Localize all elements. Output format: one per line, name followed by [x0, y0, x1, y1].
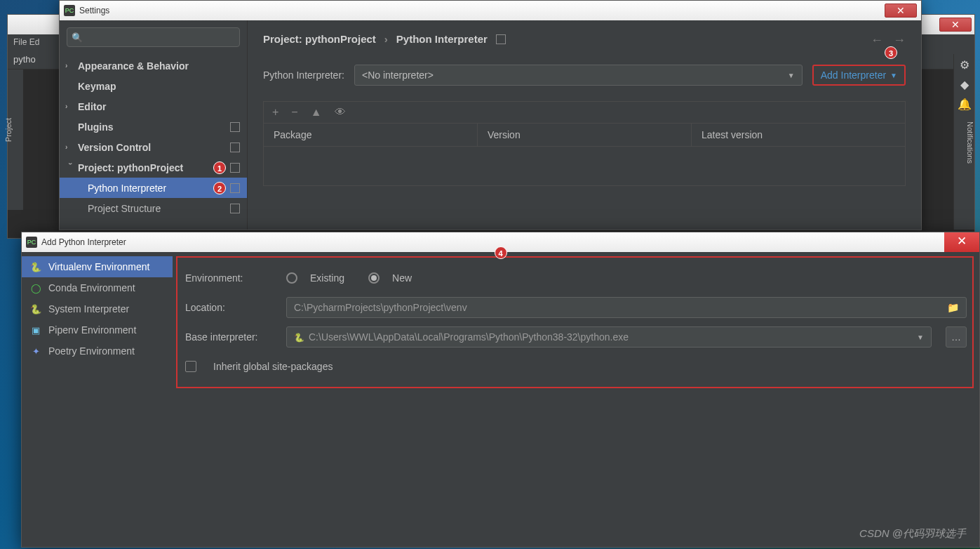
conda-icon: ◯: [30, 282, 41, 293]
settings-nav-arrows: ← →: [871, 33, 906, 48]
tree-editor[interactable]: ›Editor: [60, 96, 247, 117]
env-type-list: 🐍Virtualenv Environment ◯Conda Environme…: [22, 252, 173, 547]
chevron-down-icon: ▼: [917, 333, 924, 341]
location-label: Location:: [185, 302, 276, 313]
add-interpreter-close-button[interactable]: ✕: [944, 232, 979, 252]
project-toolwindow-label: Project: [4, 118, 13, 142]
interpreter-dropdown[interactable]: <No interpreter> ▼: [354, 65, 803, 86]
ide-close-button[interactable]: ✕: [939, 18, 972, 32]
tree-appearance[interactable]: ›Appearance & Behavior: [60, 55, 247, 76]
breadcrumb-project[interactable]: Project: pythonProject: [263, 33, 376, 45]
folder-icon[interactable]: 📁: [947, 302, 959, 313]
scope-icon: [230, 163, 240, 173]
col-latest[interactable]: Latest version: [692, 124, 905, 146]
chevron-down-icon: ▼: [788, 72, 795, 79]
breadcrumb-separator: ›: [384, 33, 388, 45]
ide-left-toolwindow[interactable]: Project: [8, 70, 23, 210]
location-input[interactable]: C:\PycharmProjects\pythonProject\venv 📁: [286, 297, 967, 318]
python-icon: 🐍: [294, 333, 304, 343]
python-icon: 🐍: [30, 261, 41, 272]
browse-button[interactable]: …: [946, 326, 967, 348]
settings-content-panel: ← → Project: pythonProject › Python Inte…: [248, 20, 921, 230]
package-table-header: Package Version Latest version: [264, 124, 905, 147]
inherit-checkbox[interactable]: [185, 361, 196, 372]
settings-title: Settings: [79, 6, 109, 15]
scope-icon: [230, 204, 240, 213]
env-form-panel: Environment: Existing New Location: C:\P…: [173, 252, 979, 547]
radio-new-label[interactable]: New: [392, 272, 412, 284]
interpreter-value: <No interpreter>: [362, 70, 434, 81]
pipenv-icon: ▣: [30, 324, 41, 336]
base-interpreter-dropdown[interactable]: 🐍C:\Users\WWL\AppData\Local\Programs\Pyt…: [286, 326, 932, 348]
scope-icon: [230, 143, 240, 152]
scope-icon: [230, 183, 240, 193]
add-interpreter-button[interactable]: 3 Add Interpreter ▼: [812, 65, 906, 86]
gear-icon[interactable]: ⚙: [957, 58, 972, 74]
tree-vcs[interactable]: ›Version Control: [60, 137, 247, 157]
env-conda[interactable]: ◯Conda Environment: [22, 277, 173, 298]
settings-dialog: PC Settings ✕ 🔍 ›Appearance & Behavior K…: [59, 0, 922, 230]
settings-search-input[interactable]: 🔍: [67, 27, 240, 47]
add-interpreter-title: Add Python Interpreter: [41, 237, 126, 247]
scope-icon: [230, 122, 240, 132]
settings-close-button[interactable]: ✕: [885, 4, 917, 18]
show-early-icon[interactable]: 👁: [335, 106, 346, 119]
search-icon: 🔍: [72, 32, 83, 43]
settings-tree-panel: 🔍 ›Appearance & Behavior Keymap ›Editor …: [60, 20, 248, 230]
col-version[interactable]: Version: [478, 124, 692, 146]
radio-existing-label[interactable]: Existing: [310, 272, 344, 284]
env-pipenv[interactable]: ▣Pipenv Environment: [22, 319, 173, 340]
pycharm-icon: PC: [64, 5, 75, 16]
tree-project[interactable]: ›Project: pythonProject1: [60, 157, 247, 178]
annotation-badge-2: 2: [213, 182, 226, 194]
env-virtualenv[interactable]: 🐍Virtualenv Environment: [22, 256, 173, 277]
radio-existing[interactable]: [286, 272, 297, 284]
package-toolbar: + − ▲ 👁: [263, 101, 906, 123]
python-icon: 🐍: [30, 303, 41, 315]
env-poetry[interactable]: ✦Poetry Environment: [22, 340, 173, 362]
col-package[interactable]: Package: [264, 124, 478, 146]
tree-plugins[interactable]: Plugins: [60, 117, 247, 137]
scope-icon: [496, 34, 506, 44]
breadcrumb-interpreter: Python Interpreter: [396, 33, 488, 45]
upgrade-package-icon[interactable]: ▲: [311, 106, 322, 119]
annotation-badge-1: 1: [213, 161, 226, 174]
interpreter-label: Python Interpreter:: [263, 70, 344, 81]
notifications-label: Notifications: [966, 121, 974, 164]
settings-titlebar[interactable]: PC Settings ✕: [60, 1, 921, 20]
tool-icon[interactable]: ◆: [957, 78, 972, 93]
add-interpreter-dialog: PC Add Python Interpreter ✕ 4 🐍Virtualen…: [21, 232, 980, 548]
chevron-down-icon: ▼: [890, 72, 897, 79]
add-package-icon[interactable]: +: [272, 106, 278, 119]
tree-keymap[interactable]: Keymap: [60, 76, 247, 96]
remove-package-icon[interactable]: −: [291, 106, 297, 119]
tree-project-structure[interactable]: Project Structure: [60, 198, 247, 218]
radio-new[interactable]: [368, 272, 380, 284]
breadcrumb: Project: pythonProject › Python Interpre…: [263, 33, 906, 45]
tree-python-interpreter[interactable]: Python Interpreter2: [60, 178, 247, 198]
base-interpreter-label: Base interpreter:: [185, 331, 276, 343]
forward-arrow-icon[interactable]: →: [893, 33, 906, 48]
bell-icon[interactable]: 🔔: [957, 98, 972, 113]
annotation-badge-4: 4: [495, 246, 507, 259]
poetry-icon: ✦: [30, 345, 41, 357]
package-table: Package Version Latest version: [263, 123, 906, 186]
watermark: CSDN @代码羽球选手: [859, 527, 966, 541]
pycharm-icon: PC: [26, 237, 37, 248]
annotation-badge-3: 3: [885, 46, 897, 59]
ide-right-toolwindow: ⚙ ◆ 🔔 Notifications: [953, 54, 974, 230]
env-system[interactable]: 🐍System Interpreter: [22, 298, 173, 319]
environment-label: Environment:: [185, 272, 276, 284]
back-arrow-icon[interactable]: ←: [871, 33, 883, 48]
inherit-label[interactable]: Inherit global site-packages: [213, 361, 333, 372]
